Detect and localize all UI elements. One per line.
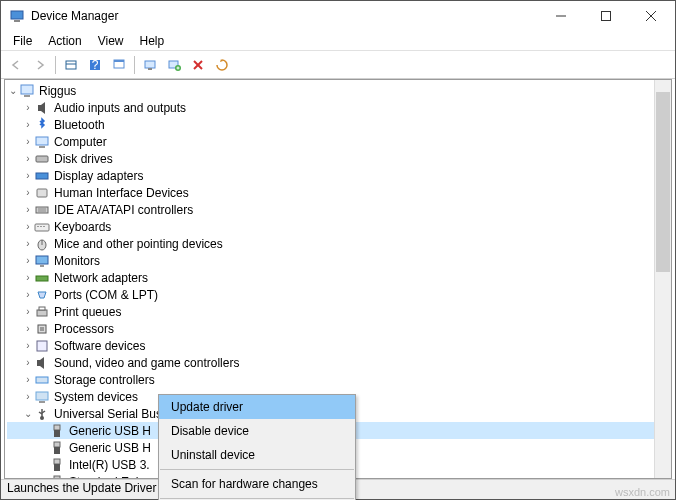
svg-rect-33 xyxy=(40,226,42,227)
chevron-right-icon[interactable]: › xyxy=(22,357,34,368)
svg-rect-44 xyxy=(37,341,47,351)
tree-category-processors[interactable]: ›Processors xyxy=(7,320,671,337)
svg-rect-55 xyxy=(54,442,60,447)
svg-rect-43 xyxy=(40,327,44,331)
chevron-right-icon[interactable]: › xyxy=(22,323,34,334)
tree-category-ide[interactable]: ›IDE ATA/ATAPI controllers xyxy=(7,201,671,218)
chevron-right-icon[interactable]: › xyxy=(22,272,34,283)
tree-category-computer[interactable]: ›Computer xyxy=(7,133,671,150)
tree-category-monitors[interactable]: ›Monitors xyxy=(7,252,671,269)
forward-button[interactable] xyxy=(29,54,51,76)
svg-rect-54 xyxy=(54,430,60,437)
tree-category-software[interactable]: ›Software devices xyxy=(7,337,671,354)
svg-rect-1 xyxy=(14,20,20,22)
svg-rect-48 xyxy=(39,401,45,403)
chevron-right-icon[interactable]: › xyxy=(22,136,34,147)
keyboard-icon xyxy=(34,219,50,235)
usb-device-icon xyxy=(49,440,65,456)
svg-rect-28 xyxy=(36,207,48,213)
menubar: File Action View Help xyxy=(1,31,675,51)
audio-icon xyxy=(34,100,50,116)
hid-icon xyxy=(34,185,50,201)
tree-category-hid[interactable]: ›Human Interface Devices xyxy=(7,184,671,201)
ctx-scan-hardware[interactable]: Scan for hardware changes xyxy=(159,472,355,496)
svg-rect-22 xyxy=(38,105,41,111)
show-hide-button[interactable] xyxy=(60,54,82,76)
chevron-right-icon[interactable]: › xyxy=(22,238,34,249)
help-button[interactable] xyxy=(108,54,130,76)
chevron-right-icon[interactable]: › xyxy=(22,340,34,351)
tree-category-disk[interactable]: ›Disk drives xyxy=(7,150,671,167)
menu-help[interactable]: Help xyxy=(132,32,173,50)
close-button[interactable] xyxy=(628,2,673,30)
delete-button[interactable] xyxy=(187,54,209,76)
chevron-down-icon[interactable]: ⌄ xyxy=(7,85,19,96)
computer-icon xyxy=(34,134,50,150)
usb-device-icon xyxy=(49,423,65,439)
tree-category-network[interactable]: ›Network adapters xyxy=(7,269,671,286)
chevron-right-icon[interactable]: › xyxy=(22,255,34,266)
monitor-icon xyxy=(34,253,50,269)
add-hardware-button[interactable] xyxy=(163,54,185,76)
tree-category-ports[interactable]: ›Ports (COM & LPT) xyxy=(7,286,671,303)
ports-icon xyxy=(34,287,50,303)
network-icon xyxy=(34,270,50,286)
tree-root[interactable]: ⌄ Riggus xyxy=(7,82,671,99)
svg-text:?: ? xyxy=(92,58,99,72)
chevron-right-icon[interactable]: › xyxy=(22,289,34,300)
chevron-right-icon[interactable]: › xyxy=(22,170,34,181)
svg-rect-47 xyxy=(36,392,48,400)
chevron-right-icon[interactable]: › xyxy=(22,187,34,198)
chevron-right-icon[interactable]: › xyxy=(22,391,34,402)
svg-rect-53 xyxy=(54,425,60,430)
chevron-right-icon[interactable]: › xyxy=(22,119,34,130)
tree-category-display[interactable]: ›Display adapters xyxy=(7,167,671,184)
toolbar-separator xyxy=(134,56,135,74)
svg-rect-59 xyxy=(54,476,60,479)
ctx-disable-device[interactable]: Disable device xyxy=(159,419,355,443)
scan-button[interactable] xyxy=(139,54,161,76)
tree-category-bluetooth[interactable]: ›Bluetooth xyxy=(7,116,671,133)
svg-rect-37 xyxy=(36,256,48,264)
tree-category-print[interactable]: ›Print queues xyxy=(7,303,671,320)
svg-rect-46 xyxy=(36,377,48,383)
context-menu-separator xyxy=(160,469,354,470)
usb-device-icon xyxy=(49,457,65,473)
svg-rect-32 xyxy=(37,226,39,227)
chevron-right-icon[interactable]: › xyxy=(22,374,34,385)
window-title: Device Manager xyxy=(31,9,538,23)
tree-category-storage[interactable]: ›Storage controllers xyxy=(7,371,671,388)
svg-rect-40 xyxy=(37,310,47,316)
chevron-right-icon[interactable]: › xyxy=(22,306,34,317)
menu-file[interactable]: File xyxy=(5,32,40,50)
system-icon xyxy=(34,389,50,405)
svg-rect-24 xyxy=(39,146,45,148)
menu-view[interactable]: View xyxy=(90,32,132,50)
svg-rect-57 xyxy=(54,459,60,464)
svg-rect-20 xyxy=(21,85,33,94)
chevron-down-icon[interactable]: ⌄ xyxy=(22,408,34,419)
ctx-uninstall-device[interactable]: Uninstall device xyxy=(159,443,355,467)
refresh-button[interactable] xyxy=(211,54,233,76)
tree-category-sound[interactable]: ›Sound, video and game controllers xyxy=(7,354,671,371)
tree-category-audio[interactable]: ›Audio inputs and outputs xyxy=(7,99,671,116)
properties-wrench-button[interactable]: ? xyxy=(84,54,106,76)
svg-rect-23 xyxy=(36,137,48,145)
svg-rect-27 xyxy=(37,189,47,197)
tree-category-mice[interactable]: ›Mice and other pointing devices xyxy=(7,235,671,252)
ctx-update-driver[interactable]: Update driver xyxy=(159,395,355,419)
chevron-right-icon[interactable]: › xyxy=(22,221,34,232)
minimize-button[interactable] xyxy=(538,2,583,30)
chevron-right-icon[interactable]: › xyxy=(22,153,34,164)
menu-action[interactable]: Action xyxy=(40,32,89,50)
maximize-button[interactable] xyxy=(583,2,628,30)
chevron-right-icon[interactable]: › xyxy=(22,204,34,215)
tree-category-keyboards[interactable]: ›Keyboards xyxy=(7,218,671,235)
chevron-right-icon[interactable]: › xyxy=(22,102,34,113)
status-text: Launches the Update Driver W xyxy=(7,481,171,495)
scrollbar-thumb[interactable] xyxy=(656,92,670,272)
usb-device-icon xyxy=(49,474,65,479)
vertical-scrollbar[interactable] xyxy=(654,80,671,478)
back-button[interactable] xyxy=(5,54,27,76)
disk-icon xyxy=(34,151,50,167)
